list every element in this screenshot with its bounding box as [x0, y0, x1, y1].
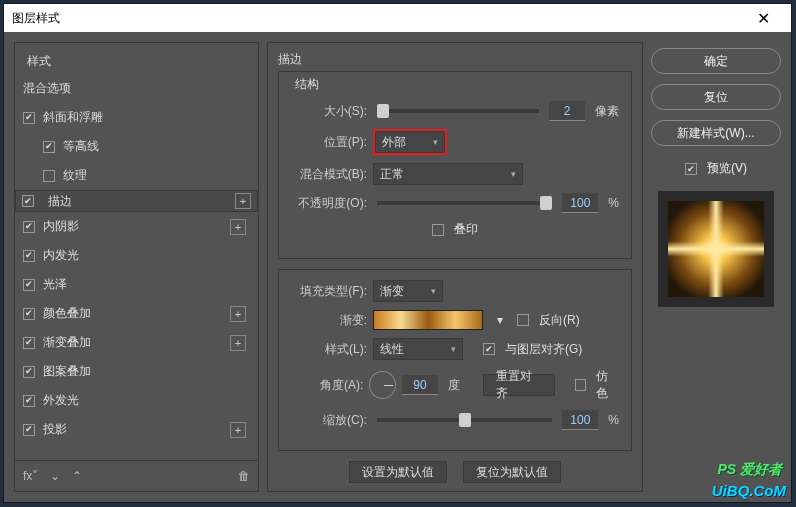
angle-label: 角度(A):	[291, 377, 363, 394]
gradient-label: 渐变:	[291, 312, 367, 329]
preview-label: 预览(V)	[707, 160, 747, 177]
preview-box	[658, 191, 774, 307]
blend-mode-select[interactable]: 正常▾	[373, 163, 523, 185]
style-checkbox[interactable]	[22, 195, 34, 207]
style-checkbox[interactable]	[23, 112, 35, 124]
size-label: 大小(S):	[291, 103, 367, 120]
plus-icon[interactable]: +	[230, 422, 246, 438]
style-label: 等高线	[63, 138, 246, 155]
style-label: 渐变叠加	[43, 334, 230, 351]
new-style-button[interactable]: 新建样式(W)...	[651, 120, 781, 146]
angle-dial[interactable]	[369, 371, 396, 399]
style-item-9[interactable]: 图案叠加	[15, 357, 258, 386]
blending-options[interactable]: 混合选项	[15, 74, 258, 103]
structure-group: 结构 大小(S): 像素 位置(P): 外部▾ 混合模式(B): 正常▾	[278, 71, 632, 259]
styles-footer: fx˅ ⌄ ⌃ 🗑	[15, 460, 258, 491]
gradient-swatch[interactable]	[373, 310, 483, 330]
opacity-slider[interactable]	[377, 201, 552, 205]
style-label: 光泽	[43, 276, 246, 293]
style-checkbox[interactable]	[23, 279, 35, 291]
style-label: 颜色叠加	[43, 305, 230, 322]
style-item-1[interactable]: 等高线	[15, 132, 258, 161]
styles-panel: 样式 混合选项 斜面和浮雕等高线纹理描边+内阴影+内发光光泽颜色叠加+渐变叠加+…	[14, 42, 259, 492]
scale-label: 缩放(C):	[291, 412, 367, 429]
trash-icon[interactable]: 🗑	[238, 469, 250, 483]
reverse-label: 反向(R)	[539, 312, 580, 329]
size-input[interactable]	[549, 101, 585, 121]
style-label: 内发光	[43, 247, 246, 264]
style-item-4[interactable]: 内阴影+	[15, 212, 258, 241]
position-highlight: 外部▾	[373, 129, 447, 155]
plus-icon[interactable]: +	[230, 306, 246, 322]
opacity-label: 不透明度(O):	[291, 195, 367, 212]
style-checkbox[interactable]	[23, 366, 35, 378]
plus-icon[interactable]: +	[235, 193, 251, 209]
preview-image	[668, 201, 764, 297]
style-checkbox[interactable]	[23, 308, 35, 320]
style-checkbox[interactable]	[23, 424, 35, 436]
style-item-7[interactable]: 颜色叠加+	[15, 299, 258, 328]
style-item-3[interactable]: 描边+	[15, 190, 258, 212]
blend-mode-label: 混合模式(B):	[291, 166, 367, 183]
style-item-2[interactable]: 纹理	[15, 161, 258, 190]
style-select[interactable]: 线性▾	[373, 338, 463, 360]
chevron-up-icon[interactable]: ⌃	[72, 469, 82, 483]
size-unit: 像素	[595, 103, 619, 120]
style-label: 图案叠加	[43, 363, 246, 380]
preview-checkbox[interactable]	[685, 163, 697, 175]
style-checkbox[interactable]	[23, 395, 35, 407]
size-slider[interactable]	[377, 109, 539, 113]
style-label: 描边	[48, 193, 229, 210]
overprint-label: 叠印	[454, 221, 478, 238]
reset-align-button[interactable]: 重置对齐	[483, 374, 555, 396]
style-item-0[interactable]: 斜面和浮雕	[15, 103, 258, 132]
actions-panel: 确定 复位 新建样式(W)... 预览(V)	[651, 42, 781, 492]
styles-header: 样式	[15, 43, 258, 74]
style-label: 外发光	[43, 392, 246, 409]
reverse-checkbox[interactable]	[517, 314, 529, 326]
style-label: 纹理	[63, 167, 246, 184]
style-label: 投影	[43, 421, 230, 438]
overprint-checkbox[interactable]	[432, 224, 444, 236]
fill-group: 填充类型(F): 渐变▾ 渐变: ▾ 反向(R) 样式(L): 线性▾ 与图层对…	[278, 269, 632, 451]
style-item-11[interactable]: 投影+	[15, 415, 258, 444]
style-checkbox[interactable]	[43, 170, 55, 182]
style-item-6[interactable]: 光泽	[15, 270, 258, 299]
style-item-8[interactable]: 渐变叠加+	[15, 328, 258, 357]
chevron-down-icon[interactable]: ⌄	[50, 469, 60, 483]
cancel-button[interactable]: 复位	[651, 84, 781, 110]
style-checkbox[interactable]	[43, 141, 55, 153]
panel-title: 描边	[278, 51, 632, 68]
plus-icon[interactable]: +	[230, 335, 246, 351]
style-label: 斜面和浮雕	[43, 109, 246, 126]
style-checkbox[interactable]	[23, 337, 35, 349]
opacity-input[interactable]	[562, 193, 598, 213]
dither-checkbox[interactable]	[575, 379, 587, 391]
watermark-text-1: PS 爱好者	[717, 461, 782, 479]
set-default-button[interactable]: 设置为默认值	[349, 461, 447, 483]
position-select[interactable]: 外部▾	[375, 131, 445, 153]
close-icon[interactable]: ✕	[743, 4, 783, 32]
dither-label: 仿色	[596, 368, 619, 402]
options-panel: 描边 结构 大小(S): 像素 位置(P): 外部▾ 混合模式(B):	[267, 42, 643, 492]
angle-input[interactable]	[402, 375, 438, 395]
style-label: 样式(L):	[291, 341, 367, 358]
fx-icon[interactable]: fx˅	[23, 469, 38, 483]
style-item-10[interactable]: 外发光	[15, 386, 258, 415]
style-item-5[interactable]: 内发光	[15, 241, 258, 270]
watermark-text-2: UiBQ.CoM	[712, 482, 786, 499]
reset-default-button[interactable]: 复位为默认值	[463, 461, 561, 483]
align-checkbox[interactable]	[483, 343, 495, 355]
fill-type-select[interactable]: 渐变▾	[373, 280, 443, 302]
scale-input[interactable]	[562, 410, 598, 430]
dialog-title: 图层样式	[12, 10, 743, 27]
titlebar: 图层样式 ✕	[4, 4, 791, 32]
style-checkbox[interactable]	[23, 250, 35, 262]
style-checkbox[interactable]	[23, 221, 35, 233]
plus-icon[interactable]: +	[230, 219, 246, 235]
position-label: 位置(P):	[291, 134, 367, 151]
ok-button[interactable]: 确定	[651, 48, 781, 74]
structure-label: 结构	[295, 76, 619, 93]
scale-slider[interactable]	[377, 418, 552, 422]
style-label: 内阴影	[43, 218, 230, 235]
